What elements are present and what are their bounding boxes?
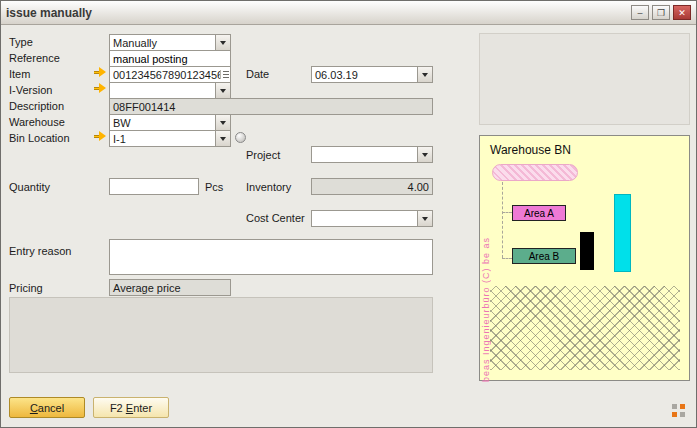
bin-location-combo[interactable]: I-1 — [109, 130, 231, 147]
description-field: 08FF001414 — [109, 98, 433, 115]
watermark-text: beas Ingenieurbüro (C) be as — [481, 214, 491, 382]
warehouse-map-title: Warehouse BN — [490, 143, 571, 157]
i-version-link-arrow-icon[interactable] — [94, 83, 107, 94]
chevron-down-icon — [220, 89, 226, 93]
connector-line — [502, 182, 503, 258]
chevron-down-icon — [220, 137, 226, 141]
date-combo[interactable]: 06.03.19 — [311, 66, 433, 83]
bin-location-link-arrow-icon[interactable] — [94, 131, 107, 142]
project-label: Project — [246, 149, 280, 161]
inventory-field: 4.00 — [311, 178, 433, 195]
preview-placeholder-panel — [479, 33, 690, 125]
project-combo[interactable] — [311, 146, 433, 163]
pink-zone-shape — [492, 164, 578, 181]
type-combo[interactable]: Manually — [109, 34, 231, 51]
bin-location-label: Bin Location — [9, 132, 70, 144]
date-combo-value: 06.03.19 — [312, 69, 417, 81]
bin-location-combo-dropdown-button[interactable] — [215, 131, 230, 146]
minimize-button[interactable]: – — [631, 5, 649, 20]
quantity-unit-label: Pcs — [205, 181, 223, 193]
date-combo-dropdown-button[interactable] — [417, 67, 432, 82]
reference-input[interactable] — [109, 50, 231, 67]
description-label: Description — [9, 100, 64, 112]
type-combo-value: Manually — [110, 37, 215, 49]
f2-enter-button[interactable]: F2 Enter — [93, 397, 169, 418]
item-list-icon[interactable] — [220, 70, 229, 79]
area-b-bin[interactable]: Area B — [512, 248, 576, 264]
chevron-down-icon — [220, 41, 226, 45]
type-combo-dropdown-button[interactable] — [215, 35, 230, 50]
maximize-button[interactable]: ❐ — [652, 5, 670, 20]
warehouse-map-panel: Warehouse BN Area A Area B beas Ingenieu… — [479, 135, 690, 381]
bin-location-combo-value: I-1 — [110, 133, 215, 145]
inventory-label: Inventory — [246, 181, 291, 193]
details-disabled-panel — [9, 297, 433, 373]
hatched-storage-area — [490, 286, 680, 370]
bin-location-selector-icon[interactable] — [235, 132, 246, 143]
warehouse-combo-dropdown-button[interactable] — [215, 115, 230, 130]
area-b-label: Area B — [529, 251, 560, 262]
chevron-down-icon — [422, 153, 428, 157]
item-label: Item — [9, 68, 30, 80]
cyan-rack-shape — [614, 194, 631, 272]
project-combo-dropdown-button[interactable] — [417, 147, 432, 162]
description-value: 08FF001414 — [113, 101, 175, 113]
item-value: 001234567890123456790 — [113, 69, 220, 81]
cost-center-combo[interactable] — [311, 210, 433, 227]
area-a-label: Area A — [524, 208, 554, 219]
chevron-down-icon — [220, 121, 226, 125]
item-link-arrow-icon[interactable] — [94, 67, 107, 78]
pricing-value: Average price — [113, 282, 181, 294]
type-label: Type — [9, 36, 33, 48]
pricing-label: Pricing — [9, 282, 43, 294]
date-label: Date — [246, 68, 269, 80]
i-version-label: I-Version — [9, 84, 52, 96]
chevron-down-icon — [422, 217, 428, 221]
i-version-combo[interactable] — [109, 82, 231, 99]
chevron-down-icon — [422, 73, 428, 77]
i-version-combo-dropdown-button[interactable] — [215, 83, 230, 98]
item-field[interactable]: 001234567890123456790 — [109, 66, 231, 83]
title-bar: issue manually – ❐ ✕ — [1, 1, 696, 25]
connector-line — [502, 258, 512, 259]
cost-center-label: Cost Center — [246, 212, 305, 224]
quantity-label: Quantity — [9, 181, 50, 193]
warehouse-label: Warehouse — [9, 116, 65, 128]
area-a-bin[interactable]: Area A — [512, 205, 566, 221]
resize-grip-icon[interactable] — [672, 404, 686, 418]
reference-label: Reference — [9, 52, 60, 64]
black-rack-shape — [580, 232, 594, 270]
inventory-value: 4.00 — [408, 181, 429, 193]
issue-manually-dialog: issue manually – ❐ ✕ Type Reference Item… — [0, 0, 697, 428]
warehouse-combo[interactable]: BW — [109, 114, 231, 131]
pricing-field: Average price — [109, 279, 231, 296]
warehouse-combo-value: BW — [110, 117, 215, 129]
window-title: issue manually — [6, 6, 628, 20]
entry-reason-label: Entry reason — [9, 245, 71, 257]
close-button[interactable]: ✕ — [673, 5, 691, 20]
quantity-input[interactable] — [109, 178, 199, 195]
cost-center-combo-dropdown-button[interactable] — [417, 211, 432, 226]
entry-reason-textarea[interactable] — [109, 239, 433, 275]
cancel-button[interactable]: Cancel — [9, 397, 85, 418]
connector-line — [502, 212, 512, 213]
